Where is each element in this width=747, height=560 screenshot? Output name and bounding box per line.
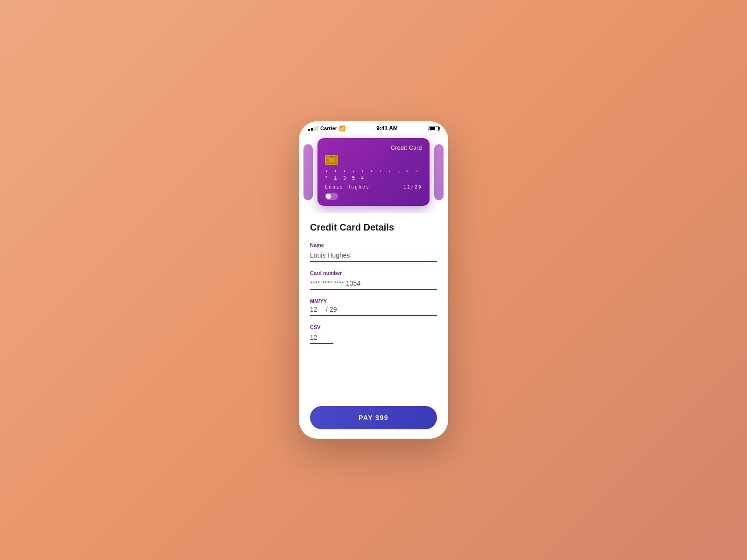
date-input-container: / [310,306,437,316]
status-bar: Carrier 📶 9:41 AM [299,121,448,133]
carrier-label: Carrier [320,126,337,131]
credit-card: Credit Card * * * * * * * * * * * * 1 3 … [317,138,430,206]
card-bottom: Louis Hughes 12/29 [325,185,422,190]
mm-input[interactable] [310,306,324,313]
time-label: 9:41 AM [376,125,398,132]
card-title: Credit Card [391,145,422,151]
name-label: Name [310,242,437,248]
chip-icon [325,155,338,165]
card-name-display: Louis Hughes [325,185,370,190]
card-number-display: * * * * * * * * * * * * 1 3 5 4 [325,170,422,181]
card-carousel: Credit Card * * * * * * * * * * * * 1 3 … [299,133,448,213]
card-side-right [434,144,444,200]
card-expiry-display: 12/29 [403,185,422,190]
card-header: Credit Card [325,145,422,151]
mmyy-field-group: MM/YY / [310,298,437,316]
date-separator: / [326,306,328,313]
pay-button[interactable]: PAY $99 [310,406,437,429]
yy-input[interactable] [330,306,344,313]
toggle-knob [326,194,331,199]
name-input[interactable] [310,250,437,262]
battery-icon [429,126,439,131]
wifi-icon: 📶 [339,126,345,132]
card-number-field-group: Card number [310,270,437,290]
csv-field-group: CSV [310,324,437,344]
pay-section: PAY $99 [299,400,448,439]
status-left: Carrier 📶 [308,126,345,132]
signal-icon [308,126,318,131]
form-title: Credit Card Details [310,222,437,233]
card-number-label: Card number [310,270,437,276]
card-number-input[interactable] [310,278,437,290]
mmyy-label: MM/YY [310,298,437,304]
csv-input[interactable] [310,332,333,344]
status-right [429,126,439,131]
name-field-group: Name [310,242,437,262]
card-side-left [303,144,313,200]
csv-label: CSV [310,324,437,330]
card-toggle[interactable] [325,193,338,200]
phone-frame: Carrier 📶 9:41 AM Credit Card [299,121,448,439]
form-section: Credit Card Details Name Card number MM/… [299,213,448,400]
